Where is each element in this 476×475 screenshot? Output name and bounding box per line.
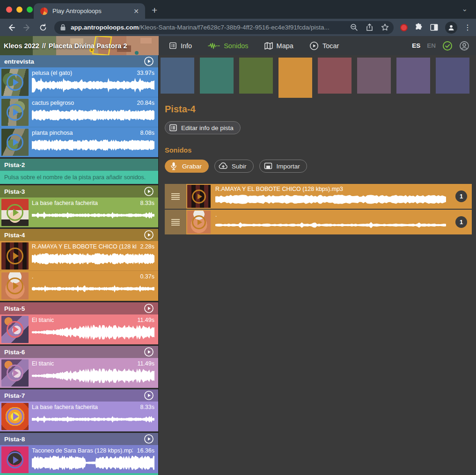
track-header[interactable]: Pista-7 [0, 389, 158, 402]
track-play-button[interactable] [144, 56, 154, 66]
lang-en-button[interactable]: EN [427, 42, 436, 49]
waveform [32, 368, 154, 383]
sound-thumbnail[interactable] [1, 129, 29, 156]
sound-thumbnail[interactable] [1, 403, 29, 430]
track-sound-row[interactable]: .1 [165, 210, 472, 234]
play-overlay-icon[interactable] [7, 104, 23, 121]
bookmark-star-icon[interactable] [381, 23, 389, 31]
track-header[interactable]: entrevista [0, 55, 158, 67]
play-overlay-icon[interactable] [7, 134, 23, 151]
nav-item-tocar[interactable]: Tocar [309, 41, 339, 51]
sound-row[interactable]: R.AMAYA Y EL BOBOTE CHICO (128 kbps)....… [0, 241, 158, 271]
track-header[interactable]: Pista-3 [0, 185, 158, 197]
sound-duration: 20.84s [137, 100, 154, 106]
sound-row[interactable]: cactus peligroso20.84s [0, 97, 158, 127]
play-overlay-icon[interactable] [7, 74, 23, 91]
play-overlay-icon[interactable] [7, 248, 23, 264]
track-play-button[interactable] [144, 186, 154, 197]
track-header[interactable]: Pista-6 [0, 346, 158, 358]
sound-thumbnail[interactable] [1, 359, 29, 387]
track-color-tab-6[interactable] [357, 58, 391, 94]
reload-button[interactable] [37, 21, 50, 34]
tab-search-chevron-icon[interactable]: ⌄ [461, 5, 468, 13]
track-name: Pista-5 [4, 305, 25, 312]
minimize-window-button[interactable] [16, 7, 22, 13]
sound-thumbnail[interactable] [1, 99, 29, 126]
address-bar[interactable]: app.antropoloops.com/Kleos-Santa-Marina/… [54, 21, 394, 34]
lang-es-button[interactable]: ES [412, 42, 420, 49]
track-sound-row[interactable]: R.AMAYA Y EL BOBOTE CHICO (128 kbps).mp3… [165, 184, 472, 209]
sound-thumbnail[interactable] [1, 69, 29, 96]
close-window-button[interactable] [6, 7, 12, 13]
play-overlay-icon[interactable] [7, 321, 23, 338]
browser-menu-icon[interactable]: ⋮ [464, 23, 471, 32]
track-color-tab-5[interactable] [318, 58, 352, 94]
track-play-button[interactable] [144, 347, 154, 357]
play-overlay-icon[interactable] [7, 408, 23, 425]
track-header[interactable]: Pista-5 [0, 302, 158, 314]
sound-row[interactable]: La base fachera facherita8.33s [0, 402, 158, 431]
track-header[interactable]: Pista-2 [0, 159, 158, 171]
play-overlay-icon[interactable] [7, 365, 23, 381]
track-color-tab-7[interactable] [396, 58, 430, 94]
edit-track-info-button[interactable]: Editar info de pista [165, 121, 241, 134]
track-play-button[interactable] [144, 303, 154, 314]
back-button[interactable] [5, 21, 18, 34]
subir-button[interactable]: Subir [214, 160, 254, 173]
sound-thumbnail[interactable] [1, 446, 29, 474]
sound-row[interactable]: El titanic11.49s [0, 358, 158, 388]
upload-icon [219, 161, 228, 171]
share-icon[interactable] [366, 23, 373, 31]
sound-row[interactable]: planta pinchosa8.08s [0, 127, 158, 157]
nav-item-label: Tocar [322, 42, 339, 50]
extensions-puzzle-icon[interactable] [414, 23, 423, 32]
sound-thumbnail[interactable] [1, 199, 29, 226]
sound-title: Taconeo de Sara Baras (128 kbps).mp3 [32, 447, 133, 454]
sound-thumbnail[interactable] [187, 185, 211, 208]
track-color-tab-3[interactable] [239, 58, 273, 94]
account-icon[interactable] [459, 41, 469, 51]
sound-row[interactable]: El titanic11.49s [0, 314, 158, 344]
track-color-tab-2[interactable] [200, 58, 234, 94]
sound-row[interactable]: pelusa (el gato)33.97s [0, 67, 158, 97]
drag-handle[interactable] [165, 184, 186, 209]
track-header[interactable]: Pista-8 [0, 433, 158, 445]
sound-row[interactable]: .0.37s [0, 271, 158, 301]
forward-button[interactable] [21, 21, 34, 34]
track-play-button[interactable] [144, 390, 154, 401]
grabar-button[interactable]: Grabar [165, 160, 209, 173]
side-panel-icon[interactable] [430, 23, 439, 32]
nav-item-sonidos[interactable]: Sonidos [208, 42, 248, 50]
track-color-tab-1[interactable] [161, 58, 194, 94]
new-tab-button[interactable]: + [152, 5, 157, 16]
zoom-out-icon[interactable] [350, 23, 358, 31]
sound-thumbnail[interactable] [187, 211, 211, 234]
play-overlay-icon[interactable] [192, 190, 206, 204]
browser-tab[interactable]: Play Antropoloops ✕ [34, 3, 145, 19]
nav-item-info[interactable]: Info [169, 42, 192, 50]
tab-title: Play Antropoloops [52, 7, 132, 15]
profile-avatar[interactable] [445, 22, 457, 34]
drag-handle[interactable] [165, 210, 186, 234]
play-overlay-icon[interactable] [7, 452, 23, 468]
zoom-window-button[interactable] [27, 7, 33, 13]
importar-button[interactable]: Importar [259, 160, 307, 173]
project-banner[interactable]: Kleos 2022//Placeta Divina Pastora 2 [0, 36, 159, 55]
record-extension-icon[interactable] [400, 24, 408, 31]
play-overlay-icon[interactable] [7, 204, 23, 221]
track-play-button[interactable] [144, 434, 154, 444]
sound-thumbnail[interactable] [1, 316, 29, 343]
nav-item-mapa[interactable]: Mapa [264, 42, 293, 50]
sound-meta: pelusa (el gato)33.97s [32, 70, 154, 76]
sound-row[interactable]: Taconeo de Sara Baras (128 kbps).mp316.3… [0, 445, 158, 475]
play-overlay-icon[interactable] [7, 278, 23, 294]
track-color-tab-4[interactable] [278, 58, 312, 98]
sound-thumbnail[interactable] [1, 242, 29, 270]
track-header[interactable]: Pista-4 [0, 229, 158, 241]
sound-thumbnail[interactable] [1, 272, 29, 300]
sound-row[interactable]: La base fachera facherita8.33s [0, 197, 158, 227]
play-overlay-icon[interactable] [192, 215, 206, 229]
track-color-tab-8[interactable] [436, 58, 469, 94]
track-play-button[interactable] [144, 230, 154, 240]
tab-close-icon[interactable]: ✕ [132, 7, 140, 15]
